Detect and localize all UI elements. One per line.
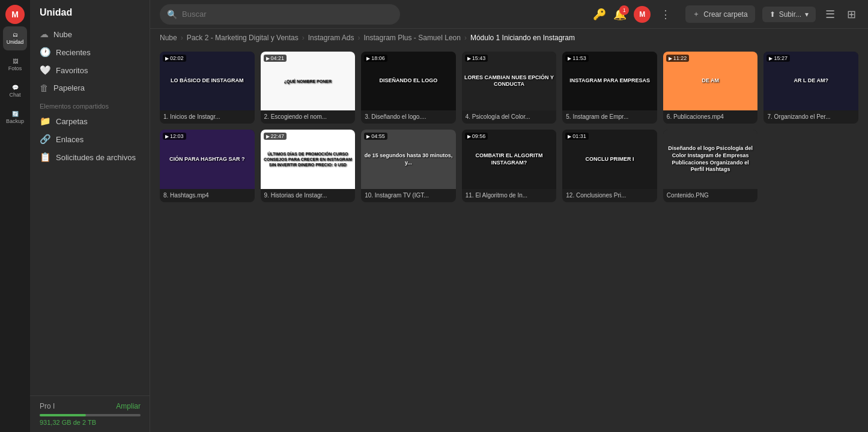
user-avatar-topbar[interactable]: M [634, 6, 651, 23]
breadcrumb-sep-3: › [358, 34, 360, 42]
fotos-icon: 🖼 [13, 58, 18, 64]
thumbnail-text: INSTAGRAM PARA EMPRESAS [567, 75, 652, 87]
file-card[interactable]: ▶11:53 INSTAGRAM PARA EMPRESAS 5. Instag… [562, 52, 657, 124]
file-card[interactable]: ▶04:55 de 15 segundos hasta 30 minutos, … [361, 130, 456, 202]
sidebar-item-nube[interactable]: ☁ Nube [30, 25, 150, 43]
unidad-icon: 🗂 [13, 32, 18, 38]
breadcrumb-samuel[interactable]: Instagram Plus - Samuel Leon [364, 34, 461, 42]
file-card[interactable]: ▶12:03 CIÓN PARA HASHTAG SAR ? 8. Hashta… [160, 130, 255, 202]
file-card[interactable]: ▶15:43 LORES CAMBIAN NUES EPCIÓN Y CONDU… [462, 52, 557, 124]
file-name: 2. Escogiendo el nom... [261, 110, 356, 124]
breadcrumb-pack2[interactable]: Pack 2 - Marketing Digital y Ventas [187, 34, 299, 42]
upload-button[interactable]: ⬆ Subir... ▾ [762, 7, 816, 22]
notifications-bell[interactable]: 🔔 1 [613, 8, 627, 21]
notification-count: 1 [619, 5, 629, 15]
sidebar-item-papelera[interactable]: 🗑 Papelera [30, 79, 150, 97]
file-name: 8. Hashtags.mp4 [160, 189, 255, 202]
file-card[interactable]: ▶09:56 COMBATIR EL ALGORITM INSTAGRAM? 1… [462, 130, 557, 202]
chevron-down-icon: ▾ [805, 10, 809, 19]
thumbnail-text: LO BÁSICO DE INSTAGRAM [168, 75, 246, 87]
create-folder-button[interactable]: ＋ Crear carpeta [685, 5, 754, 23]
thumbnail-text: LORES CAMBIAN NUES EPCIÓN Y CONDUCTA [462, 72, 557, 91]
duration-badge: ▶09:56 [465, 133, 488, 140]
file-card[interactable]: Diseñando el logo Psicología del Color I… [663, 130, 758, 202]
heart-icon: 🤍 [40, 65, 51, 76]
breadcrumb-sep-4: › [464, 34, 467, 42]
storage-info: Pro I Ampliar 931,32 GB de 2 TB [30, 395, 150, 432]
sidebar-item-favoritos[interactable]: 🤍 Favoritos [30, 61, 150, 79]
play-icon: ▶ [467, 134, 471, 139]
storage-text: 931,32 GB de 2 TB [40, 419, 141, 426]
duration-badge: ▶15:43 [465, 55, 488, 62]
file-thumbnail: ▶15:27 AR L DE AM? [763, 52, 858, 110]
play-icon: ▶ [669, 56, 672, 61]
play-icon: ▶ [266, 134, 270, 139]
file-card[interactable]: ▶04:21 ¿QUÉ NOMBRE PONER 2. Escogiendo e… [261, 52, 356, 124]
user-avatar[interactable]: M [5, 5, 25, 24]
duration-badge: ▶01:31 [565, 133, 589, 140]
file-card[interactable]: ▶15:27 AR L DE AM? 7. Organizando el Per… [763, 52, 858, 124]
link-icon: 🔗 [40, 134, 51, 145]
file-card[interactable]: ▶11:22 DE AM 6. Publicaciones.mp4 [663, 52, 758, 124]
play-icon: ▶ [266, 56, 270, 61]
file-grid-area: ▶02:02 LO BÁSICO DE INSTAGRAM 1. Inicios… [150, 47, 868, 432]
file-name: Contenido.PNG [663, 189, 758, 202]
file-card[interactable]: ▶18:06 DISEÑANDO EL LOGO 3. Diseñando el… [361, 52, 456, 124]
sidebar-item-carpetas[interactable]: 📁 Carpetas [30, 112, 150, 130]
file-thumbnail: ▶12:03 CIÓN PARA HASHTAG SAR ? [160, 130, 255, 188]
nav-unidad[interactable]: 🗂 Unidad [3, 26, 27, 50]
thumbnail-text: DISEÑANDO EL LOGO [377, 75, 440, 87]
file-thumbnail: ▶18:06 DISEÑANDO EL LOGO [361, 52, 456, 110]
more-options-button[interactable]: ⋮ [658, 5, 673, 23]
sidebar: Unidad ☁ Nube 🕐 Recientes 🤍 Favoritos 🗑 … [30, 0, 150, 432]
file-thumbnail: ▶04:55 de 15 segundos hasta 30 minutos, … [361, 130, 456, 188]
file-request-icon: 📋 [40, 152, 51, 163]
duration-badge: ▶11:22 [666, 55, 690, 62]
list-view-button[interactable]: ☰ [823, 5, 837, 23]
thumbnail-text: CIÓN PARA HASHTAG SAR ? [167, 154, 247, 166]
breadcrumb-instagram-ads[interactable]: Instagram Ads [308, 34, 354, 42]
storage-progress-fill [40, 414, 86, 416]
sidebar-item-recientes[interactable]: 🕐 Recientes [30, 43, 150, 61]
play-icon: ▶ [769, 56, 772, 61]
shared-section-label: Elementos compartidos [30, 97, 150, 112]
file-card[interactable]: ▶22:47 ÚLTIMOS DÍAS DE PROMOCIÓN CURSO C… [261, 130, 356, 202]
topbar-actions: 🔑 🔔 1 M ⋮ [593, 5, 673, 23]
trash-icon: 🗑 [40, 83, 49, 93]
thumbnail-text: ÚLTIMOS DÍAS DE PROMOCIÓN CURSO CONSEJOS… [261, 149, 356, 170]
breadcrumb-nube[interactable]: Nube [160, 34, 177, 42]
sidebar-item-solicitudes[interactable]: 📋 Solicitudes de archivos [30, 148, 150, 166]
upload-icon: ⬆ [769, 10, 775, 19]
thumbnail-text: ¿QUÉ NOMBRE PONER [282, 76, 334, 86]
duration-badge: ▶11:53 [565, 55, 589, 62]
file-thumbnail: ▶22:47 ÚLTIMOS DÍAS DE PROMOCIÓN CURSO C… [261, 130, 356, 188]
duration-badge: ▶04:21 [264, 55, 287, 62]
search-bar[interactable]: 🔍 [160, 4, 400, 25]
breadcrumb-sep-2: › [302, 34, 305, 42]
search-input[interactable] [182, 10, 393, 19]
sidebar-item-enlaces[interactable]: 🔗 Enlaces [30, 130, 150, 148]
nav-chat[interactable]: 💬 Chat [3, 79, 27, 103]
duration-badge: ▶04:55 [364, 133, 387, 140]
ampliar-link[interactable]: Ampliar [116, 402, 141, 410]
play-icon: ▶ [568, 134, 571, 139]
cloud-icon: ☁ [40, 29, 49, 40]
breadcrumb-current: Módulo 1 Iniciando en Instagram [470, 34, 575, 42]
chat-icon: 💬 [12, 85, 19, 91]
grid-view-button[interactable]: ⊞ [845, 5, 858, 23]
key-icon: 🔑 [593, 8, 606, 21]
file-card[interactable]: ▶01:31 CONCLU PRIMER I 12. Conclusiones … [562, 130, 657, 202]
play-icon: ▶ [165, 56, 169, 61]
duration-badge: ▶22:47 [264, 133, 287, 140]
file-thumbnail: ▶09:56 COMBATIR EL ALGORITM INSTAGRAM? [462, 130, 557, 188]
nav-fotos[interactable]: 🖼 Fotos [3, 53, 27, 77]
play-icon: ▶ [366, 56, 370, 61]
nav-backup[interactable]: 🔄 Backup [3, 106, 27, 130]
search-icon: 🔍 [167, 10, 177, 19]
file-thumbnail: ▶04:21 ¿QUÉ NOMBRE PONER [261, 52, 356, 110]
file-card[interactable]: ▶02:02 LO BÁSICO DE INSTAGRAM 1. Inicios… [160, 52, 255, 124]
clock-icon: 🕐 [40, 47, 51, 58]
file-name: 9. Historias de Instagr... [261, 189, 356, 202]
duration-badge: ▶02:02 [163, 55, 186, 62]
thumbnail-text: CONCLU PRIMER I [583, 154, 637, 166]
